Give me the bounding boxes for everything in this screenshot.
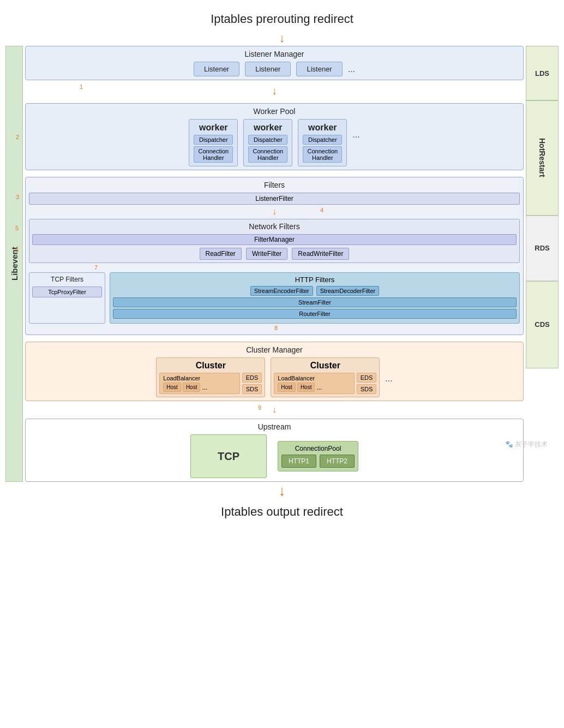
top-label: Iptables prerouting redirect: [5, 5, 559, 31]
write-filter: WriteFilter: [246, 248, 287, 260]
worker-dots: ...: [352, 119, 359, 140]
step-6: 6: [15, 247, 19, 253]
cluster-box-2: Cluster LoadBalancer Host Host ...: [271, 357, 380, 397]
host-dots-2: ...: [316, 384, 322, 391]
lb-eds-row-1: LoadBalancer Host Host ... EDS S: [159, 373, 262, 394]
lb-eds-row-2: LoadBalancer Host Host ... EDS S: [274, 373, 376, 394]
worker-box-1: worker Dispatcher ConnectionHandler: [189, 119, 238, 166]
listener-box-1: Listener: [194, 62, 239, 76]
sds-2: SDS: [357, 384, 377, 394]
dispatcher-1: Dispatcher: [194, 135, 233, 145]
http-row: HTTP1 HTTP2: [281, 455, 355, 468]
host-2a: Host: [278, 383, 296, 392]
filter-manager: FilterManager: [32, 234, 517, 245]
tcp-filters-title: TCP Filters: [32, 276, 102, 283]
host-row-1: Host Host ...: [163, 383, 236, 392]
rw-filters-row: ReadFilter WriteFilter ReadWriteFilter: [32, 248, 517, 260]
cluster-box-1: Cluster LoadBalancer Host Host ...: [156, 357, 265, 397]
step-4: 4: [320, 207, 323, 213]
arrow-4: ↓: [272, 207, 277, 217]
cluster-manager-box: Cluster Manager Cluster LoadBalancer Hos…: [25, 342, 524, 401]
lds-sidebar: LDS: [526, 46, 559, 100]
listener-filter-box: ListenerFilter: [29, 193, 520, 205]
upstream-row: TCP ConnectionPool HTTP1 HTTP2: [29, 434, 520, 478]
filters-title: Filters: [29, 181, 520, 189]
hot-restart-label: HotRestart: [538, 138, 547, 177]
host-row-2: Host Host ...: [278, 383, 350, 392]
connection-handler-2: ConnectionHandler: [248, 146, 287, 163]
eds-1: EDS: [242, 373, 262, 383]
router-filter: RouterFilter: [113, 309, 517, 319]
http-filters-box: HTTP Filters StreamEncoderFilter StreamD…: [110, 272, 520, 324]
host-1b: Host: [183, 383, 201, 392]
arrow-top-down: ↓: [5, 31, 559, 46]
lb-box-2: LoadBalancer Host Host ...: [274, 373, 354, 394]
rds-sidebar: RDS: [526, 216, 559, 281]
step-8: 8: [274, 325, 278, 331]
step-5: 5: [15, 225, 19, 231]
right-column: LDS HotRestart RDS CDS: [526, 46, 559, 482]
worker-box-2: worker Dispatcher ConnectionHandler: [243, 119, 292, 166]
cluster-title-1: Cluster: [159, 361, 262, 371]
worker-box-3: worker Dispatcher ConnectionHandler: [298, 119, 347, 166]
dispatcher-2: Dispatcher: [248, 135, 287, 145]
host-1a: Host: [163, 383, 181, 392]
worker-title-2: worker: [254, 123, 282, 133]
worker-pool-title: Worker Pool: [29, 107, 520, 116]
bottom-label: Iptables output redirect: [5, 499, 559, 523]
worker-pool-box: Worker Pool worker Dispatcher Connection…: [25, 103, 524, 170]
listener-manager-box: Listener Manager Listener Listener Liste…: [25, 46, 524, 80]
lb-title-1: LoadBalancer: [163, 375, 236, 381]
host-dots-1: ...: [202, 384, 207, 391]
listener-box-3: Listener: [296, 62, 342, 76]
step-9: 9: [258, 404, 261, 411]
tcp-filters-box: TCP Filters TcpProxyFilter: [29, 272, 105, 324]
page-wrapper: Iptables prerouting redirect ↓ Libevent …: [0, 0, 564, 728]
watermark: 🐾 灰子学技术: [505, 440, 548, 449]
worker-title-1: worker: [199, 123, 227, 133]
lds-label: LDS: [535, 69, 549, 77]
workers-row: worker Dispatcher ConnectionHandler work…: [29, 119, 520, 166]
lb-box-1: LoadBalancer Host Host ...: [159, 373, 239, 394]
dispatcher-3: Dispatcher: [303, 135, 342, 145]
connection-pool-box: ConnectionPool HTTP1 HTTP2: [278, 441, 358, 472]
step-2-label: 2: [16, 134, 19, 140]
cds-label: CDS: [535, 320, 549, 329]
worker-title-3: worker: [308, 123, 337, 133]
step-7: 7: [94, 264, 98, 271]
cds-sidebar: CDS: [526, 281, 559, 368]
center-content: Listener Manager Listener Listener Liste…: [23, 46, 526, 482]
tcp-upstream: TCP: [190, 434, 267, 478]
http1-box: HTTP1: [281, 455, 316, 468]
network-filters-box: Network Filters FilterManager 5 6 ReadFi…: [29, 219, 520, 263]
rds-label: RDS: [535, 244, 549, 252]
listener-manager-title: Listener Manager: [29, 50, 520, 58]
libevent-sidebar: Libevent: [5, 46, 23, 482]
conn-pool-title: ConnectionPool: [281, 445, 355, 452]
host-2b: Host: [297, 383, 315, 392]
eds-sds-1: EDS SDS: [242, 373, 262, 394]
listener-dots: ...: [348, 64, 355, 74]
http2-box: HTTP2: [320, 455, 355, 468]
connection-handler-1: ConnectionHandler: [194, 146, 233, 163]
http-encoder-decoder-row: StreamEncoderFilter StreamDecoderFilter: [113, 286, 517, 296]
readwrite-filter: ReadWriteFilter: [292, 248, 349, 260]
tcp-http-row: TCP Filters TcpProxyFilter HTTP Filters …: [29, 272, 520, 324]
upstream-box: Upstream TCP ConnectionPool HTTP1 HTTP2: [25, 419, 524, 482]
arrow-9: ↓: [272, 405, 277, 415]
eds-2: EDS: [357, 373, 377, 383]
step-1: 1: [80, 83, 83, 90]
listener-box-2: Listener: [245, 62, 291, 76]
eds-sds-2: EDS SDS: [357, 373, 377, 394]
listener-filter-label: ListenerFilter: [255, 195, 293, 202]
upstream-title: Upstream: [29, 422, 520, 431]
listeners-row: Listener Listener Listener ...: [29, 62, 520, 76]
tcp-proxy-filter: TcpProxyFilter: [32, 287, 102, 297]
lb-title-2: LoadBalancer: [278, 375, 350, 381]
arrow-1: ↓: [272, 85, 277, 97]
cluster-dots: ...: [385, 357, 392, 384]
read-filter: ReadFilter: [200, 248, 242, 260]
cluster-title-2: Cluster: [274, 361, 376, 371]
stream-filter: StreamFilter: [113, 297, 517, 307]
arrow-bottom: ↓: [5, 482, 559, 499]
